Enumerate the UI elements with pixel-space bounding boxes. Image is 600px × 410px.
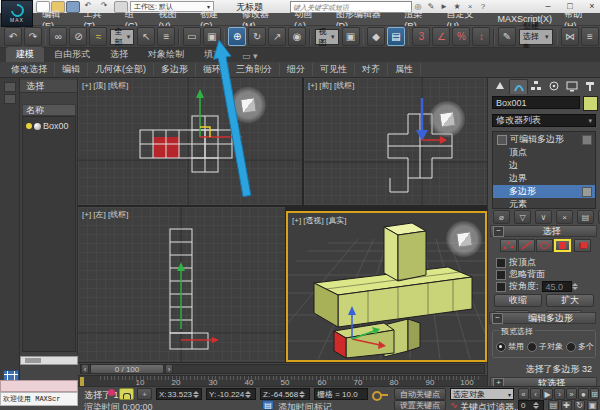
edit-polygons-rollout-header[interactable]: − 编辑多边形	[489, 312, 596, 324]
stack-row-polygon[interactable]: 多边形	[493, 185, 595, 198]
unlink-selection-icon[interactable]: ⊘	[69, 27, 87, 46]
selection-lock-toggle[interactable]	[119, 388, 134, 400]
key-filter-set-dropdown[interactable]: 选定对象 ▾	[450, 388, 514, 400]
select-and-manipulate-button[interactable]: ◆	[367, 27, 385, 46]
viewport-perspective-label[interactable]: [+] [透视] [真实]	[292, 215, 346, 226]
ribbon-properties[interactable]: 属性	[388, 63, 421, 76]
element-mode-icon[interactable]	[574, 239, 591, 252]
selection-rollout-header[interactable]: − 选择	[490, 225, 597, 237]
redo-button[interactable]: ↷	[24, 27, 42, 46]
previous-frame-button[interactable]: ‹	[530, 388, 541, 400]
track-bar[interactable]: 10 20 30 40 50 60 70 80 90 100	[78, 375, 487, 386]
undo-button[interactable]: ↶	[4, 27, 22, 46]
stack-row-edge[interactable]: 边	[493, 159, 595, 172]
ribbon-modify-selection[interactable]: 修改选择	[4, 63, 55, 76]
macro-recorder-line[interactable]	[0, 380, 78, 392]
radio-icon[interactable]	[566, 342, 576, 352]
viewport-front-label[interactable]: [+] [前] [线框]	[308, 80, 354, 91]
mirror-button[interactable]: ⋈	[561, 27, 579, 46]
radio-multiple[interactable]: 多个	[566, 341, 594, 352]
angle-value-field[interactable]: 45.0	[542, 281, 572, 292]
set-key-button[interactable]: 设置关键点	[394, 400, 446, 410]
radio-subobject[interactable]: 子对象	[527, 341, 563, 352]
time-slider-prev-icon[interactable]: ‹	[81, 364, 89, 374]
zoom-extents-icon[interactable]: ⊞	[590, 388, 599, 400]
polygon-mode-icon[interactable]	[554, 239, 571, 252]
absolute-mode-toggle[interactable]: +	[137, 388, 152, 400]
select-by-name-button[interactable]: ≡	[157, 27, 175, 46]
explorer-name-column-header[interactable]: 名称	[22, 104, 76, 116]
make-unique-icon[interactable]: ∨	[535, 210, 552, 224]
viewport-top-label[interactable]: [+] [顶] [线框]	[82, 80, 128, 91]
show-end-result-icon[interactable]: ▽	[514, 210, 531, 224]
shrink-button[interactable]: 收缩	[494, 294, 542, 307]
z-coordinate-field[interactable]: Z: -64.568	[260, 388, 310, 400]
stack-row-editable-poly[interactable]: 可编辑多边形	[493, 133, 595, 146]
viewcube-cube-icon[interactable]	[439, 111, 456, 128]
configure-modifier-sets-icon[interactable]: ▤	[577, 210, 594, 224]
window-crossing-toggle[interactable]: ▣	[203, 27, 221, 46]
keyboard-shortcut-override-toggle[interactable]: ▤	[387, 27, 405, 46]
grow-button[interactable]: 扩大	[546, 294, 594, 307]
collapse-icon[interactable]: −	[493, 226, 504, 237]
ribbon-loops[interactable]: 循环	[196, 63, 229, 76]
isolate-pin-icon[interactable]	[108, 389, 115, 396]
ribbon-polygons[interactable]: 多边形	[154, 63, 196, 76]
tab-freeform[interactable]: 自由形式	[44, 47, 100, 62]
frame-spinner[interactable]	[533, 402, 541, 409]
tab-modeling[interactable]: 建模	[6, 47, 44, 62]
minimize-button[interactable]: –	[540, 0, 556, 12]
go-to-end-button[interactable]: »	[566, 388, 577, 400]
radio-icon[interactable]	[527, 342, 537, 352]
edge-mode-icon[interactable]	[518, 239, 535, 252]
named-selection-sets-dropdown[interactable]: 创建选择集 ▾	[519, 29, 553, 45]
use-pivot-center-button[interactable]: ▣	[342, 27, 360, 46]
light-bulb-icon[interactable]	[26, 123, 32, 129]
x-spinner[interactable]	[193, 391, 201, 398]
select-and-scale-button[interactable]: ↗	[268, 27, 286, 46]
angle-snap-icon[interactable]: ∠	[432, 27, 450, 46]
modifier-list-dropdown[interactable]: 修改器列表 ▾	[492, 114, 596, 127]
tab-populate[interactable]: 填充	[194, 47, 232, 62]
tab-motion[interactable]	[545, 79, 562, 93]
select-and-move-button[interactable]: ⊕	[228, 27, 246, 46]
key-mode-toggle[interactable]: ●	[578, 388, 589, 400]
radio-disable[interactable]: 禁用	[496, 341, 524, 352]
bind-to-space-warp-icon[interactable]: ≈	[89, 27, 107, 46]
dock-handle-icon[interactable]	[4, 82, 16, 92]
time-configuration-button[interactable]: ▤	[548, 400, 559, 410]
key-filters-button[interactable]: 关键点过滤器...	[460, 401, 522, 410]
stack-pin-icon[interactable]	[582, 187, 592, 197]
viewport-left[interactable]: [+] [左] [线框]	[78, 207, 285, 362]
ribbon-visibility[interactable]: 可见性	[313, 63, 355, 76]
explorer-select-menu[interactable]: 选择	[20, 80, 77, 93]
stack-row-border[interactable]: 边界	[493, 172, 595, 185]
reference-coordinate-dropdown[interactable]: 视图 ▾	[315, 29, 339, 45]
pan-view-button[interactable]: ✚	[561, 400, 572, 410]
viewport-top[interactable]: [+] [顶] [线框]	[78, 78, 302, 205]
ribbon-geometry-all[interactable]: 几何体(全部)	[88, 63, 154, 76]
y-coordinate-field[interactable]: Y: -10.224	[206, 388, 256, 400]
viewcube[interactable]	[230, 87, 266, 123]
time-slider-next-icon[interactable]: ›	[165, 364, 173, 374]
viewcube[interactable]	[429, 101, 465, 137]
checkbox-icon[interactable]	[496, 258, 506, 268]
maximize-viewport-toggle[interactable]: ▣	[587, 400, 598, 410]
selection-filter-dropdown[interactable]: 全部 ▾	[110, 29, 134, 45]
snap-toggle-3d-icon[interactable]: 3	[412, 27, 430, 46]
viewport-perspective[interactable]: [+] [透视] [真实]	[286, 211, 487, 362]
spinner-snap-icon[interactable]: ↕	[472, 27, 490, 46]
time-tag-icon[interactable]: ▤	[262, 400, 274, 410]
auto-key-button[interactable]: 自动关键点	[394, 388, 446, 400]
stack-pin-icon[interactable]	[582, 135, 592, 145]
align-button[interactable]: ≡	[581, 27, 599, 46]
stack-node-icon[interactable]	[497, 135, 507, 145]
z-spinner[interactable]	[299, 391, 307, 398]
select-and-rotate-button[interactable]: ↻	[248, 27, 266, 46]
ribbon-align[interactable]: 对齐	[355, 63, 388, 76]
percent-snap-icon[interactable]: %	[452, 27, 470, 46]
ribbon-options-icon[interactable]: ▭ ▾	[232, 50, 268, 62]
select-and-place-button[interactable]: ◉	[288, 27, 306, 46]
set-key-key-icon[interactable]	[372, 390, 388, 399]
orbit-view-button[interactable]: ↻	[574, 400, 585, 410]
